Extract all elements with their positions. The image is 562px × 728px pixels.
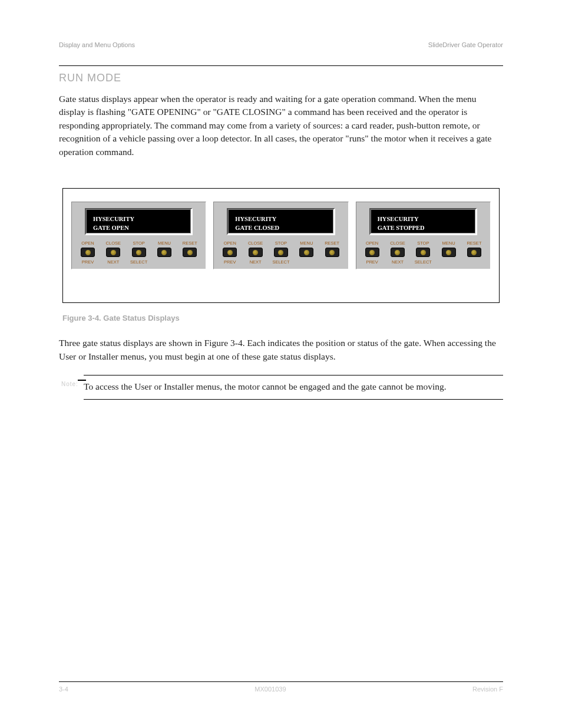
button-led-icon: [253, 250, 258, 255]
lcd-line1: HYSECURITY: [235, 215, 326, 224]
menu-button[interactable]: [157, 248, 171, 257]
lcd-line1: HYSECURITY: [378, 215, 468, 224]
btn-label: SELECT: [415, 260, 432, 265]
page-footer: 3-4 MX001039 Revision F: [59, 681, 503, 693]
btn-label: SELECT: [272, 260, 289, 265]
reset-button[interactable]: [467, 248, 481, 257]
button-row: OPENPREV CLOSENEXT STOPSELECT MENU RESET: [361, 241, 485, 265]
btn-label: OPEN: [366, 241, 378, 246]
header-left: Display and Menu Options: [59, 41, 135, 48]
lcd-line2: GATE CLOSED: [235, 224, 326, 233]
lcd-screen: HYSECURITY GATE CLOSED: [227, 208, 335, 235]
reset-button[interactable]: [325, 248, 339, 257]
footer-center: MX001039: [254, 686, 286, 693]
btn-label: MENU: [442, 241, 455, 246]
btn-label: MENU: [300, 241, 313, 246]
lcd-screen: HYSECURITY GATE OPEN: [85, 208, 193, 235]
footer-left: 3-4: [59, 686, 68, 693]
button-led-icon: [85, 250, 91, 255]
btn-label: SELECT: [130, 260, 147, 265]
button-led-icon: [471, 250, 477, 255]
btn-label: STOP: [275, 241, 287, 246]
btn-label: PREV: [82, 260, 94, 265]
lcd-screen: HYSECURITY GATE STOPPED: [369, 208, 477, 235]
button-row: OPENPREV CLOSENEXT STOPSELECT MENU RESET: [219, 241, 343, 265]
open-button[interactable]: [223, 248, 237, 257]
stop-button[interactable]: [416, 248, 430, 257]
footer-right: Revision F: [472, 686, 503, 693]
btn-label: NEXT: [392, 260, 404, 265]
control-panel-closed: HYSECURITY GATE CLOSED OPENPREV CLOSENEX…: [213, 202, 348, 269]
note-label: Note:: [61, 380, 78, 388]
lcd-line1: HYSECURITY: [93, 215, 184, 224]
button-led-icon: [446, 250, 451, 255]
button-led-icon: [329, 250, 335, 255]
button-row: OPENPREV CLOSENEXT STOPSELECT MENU RESET: [77, 241, 201, 265]
open-button[interactable]: [81, 248, 95, 257]
button-led-icon: [304, 250, 309, 255]
btn-label: RESET: [183, 241, 197, 246]
header-rule: [59, 60, 503, 66]
close-button[interactable]: [106, 248, 120, 257]
lcd-line2: GATE STOPPED: [378, 224, 468, 233]
btn-label: NEXT: [107, 260, 119, 265]
btn-label: OPEN: [224, 241, 236, 246]
close-button[interactable]: [391, 248, 405, 257]
note-text: To access the User or Installer menus, t…: [84, 381, 447, 391]
btn-label: RESET: [325, 241, 339, 246]
btn-label: STOP: [417, 241, 429, 246]
section-title: RUN MODE: [59, 72, 503, 84]
btn-label: NEXT: [250, 260, 262, 265]
button-led-icon: [369, 250, 375, 255]
menu-button[interactable]: [442, 248, 456, 257]
open-button[interactable]: [365, 248, 379, 257]
lcd-line2: GATE OPEN: [93, 224, 184, 233]
btn-label: STOP: [133, 241, 145, 246]
stop-button[interactable]: [132, 248, 146, 257]
control-panel-open: HYSECURITY GATE OPEN OPENPREV CLOSENEXT …: [71, 202, 206, 269]
close-button[interactable]: [249, 248, 263, 257]
header-right: SlideDriver Gate Operator: [428, 41, 503, 48]
btn-label: PREV: [366, 260, 378, 265]
button-led-icon: [227, 250, 233, 255]
btn-label: CLOSE: [390, 241, 405, 246]
stop-button[interactable]: [274, 248, 288, 257]
button-led-icon: [187, 250, 193, 255]
figure-panels: HYSECURITY GATE OPEN OPENPREV CLOSENEXT …: [62, 188, 500, 303]
button-led-icon: [136, 250, 141, 255]
button-led-icon: [278, 250, 283, 255]
btn-label: OPEN: [81, 241, 94, 246]
btn-label: CLOSE: [248, 241, 263, 246]
button-led-icon: [161, 250, 167, 255]
btn-label: CLOSE: [106, 241, 121, 246]
reset-button[interactable]: [183, 248, 197, 257]
button-led-icon: [111, 250, 116, 255]
btn-label: RESET: [467, 241, 481, 246]
figure-caption: Figure 3-4. Gate Status Displays: [62, 314, 503, 322]
button-led-icon: [395, 250, 400, 255]
paragraph-1: Gate status displays appear when the ope…: [59, 93, 503, 159]
btn-label: PREV: [224, 260, 236, 265]
btn-label: MENU: [158, 241, 171, 246]
button-led-icon: [421, 250, 426, 255]
paragraph-2: Three gate status displays are shown in …: [59, 337, 503, 363]
note-block: Note: To access the User or Installer me…: [84, 375, 503, 400]
menu-button[interactable]: [299, 248, 313, 257]
control-panel-stopped: HYSECURITY GATE STOPPED OPENPREV CLOSENE…: [356, 202, 491, 269]
